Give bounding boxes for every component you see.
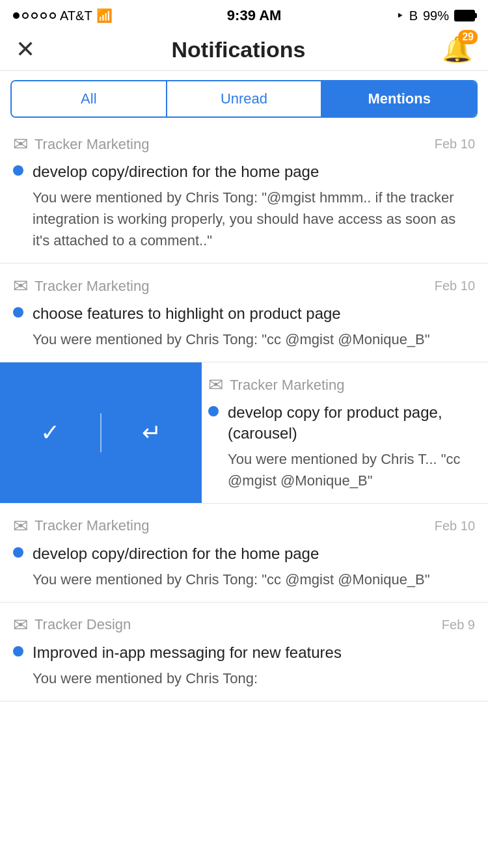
- battery-icon: [454, 10, 475, 21]
- notif-project: Tracker Marketing: [34, 517, 149, 534]
- unread-dot: [13, 547, 23, 558]
- notif-header-left: ✉ Tracker Marketing: [208, 374, 344, 396]
- bell-button[interactable]: 🔔 29: [442, 35, 472, 64]
- signal-dot-3: [31, 12, 38, 19]
- notification-badge: 29: [458, 30, 478, 44]
- signal-dot-2: [22, 12, 29, 19]
- notif-header: ✉ Tracker Marketing: [208, 374, 475, 396]
- tab-unread[interactable]: Unread: [167, 81, 321, 116]
- notification-item[interactable]: ✉ Tracker Marketing Feb 10 develop copy/…: [0, 504, 488, 603]
- at-icon: ✉: [13, 614, 28, 636]
- notif-message: You were mentioned by Chris Tong: "cc @m…: [13, 569, 475, 590]
- notification-item[interactable]: ✉ Tracker Design Feb 9 Improved in-app m…: [0, 603, 488, 701]
- notif-task-row: develop copy/direction for the home page: [13, 543, 475, 563]
- notif-header-left: ✉ Tracker Marketing: [13, 515, 149, 537]
- notif-header-left: ✉ Tracker Marketing: [13, 275, 149, 297]
- notif-task: develop copy/direction for the home page: [33, 161, 319, 182]
- notification-item-swiped[interactable]: ✓ ↵ ✉ Tracker Marketing develop copy for…: [0, 362, 488, 503]
- status-right: ‣ B 99%: [396, 8, 475, 23]
- notif-project: Tracker Marketing: [230, 377, 344, 394]
- status-bar: AT&T 📶 9:39 AM ‣ B 99%: [0, 0, 488, 29]
- check-icon: ✓: [40, 419, 60, 446]
- tabs-container: All Unread Mentions: [10, 80, 478, 118]
- unread-dot: [13, 646, 23, 657]
- notif-header: ✉ Tracker Marketing Feb 10: [13, 515, 475, 537]
- notif-header-left: ✉ Tracker Design: [13, 614, 131, 636]
- notifications-list: ✉ Tracker Marketing Feb 10 develop copy/…: [0, 127, 488, 701]
- notif-task: choose features to highlight on product …: [33, 303, 341, 323]
- close-button[interactable]: ✕: [16, 38, 35, 61]
- page-title: Notifications: [172, 37, 306, 62]
- unread-dot: [13, 165, 23, 176]
- signal-dot-4: [40, 12, 47, 19]
- notif-message: You were mentioned by Chris Tong: "@mgis…: [13, 187, 475, 251]
- notification-item[interactable]: ✉ Tracker Marketing Feb 10 develop copy/…: [0, 127, 488, 264]
- signal-dot-1: [13, 12, 20, 19]
- at-icon: ✉: [13, 515, 28, 537]
- notif-header: ✉ Tracker Marketing Feb 10: [13, 275, 475, 297]
- swipe-check-action[interactable]: ✓: [0, 419, 100, 446]
- location-icon: ‣: [396, 8, 404, 23]
- notif-message: You were mentioned by Chris T... "cc @mg…: [208, 448, 475, 491]
- notif-header: ✉ Tracker Design Feb 9: [13, 614, 475, 636]
- wifi-icon: 📶: [96, 8, 113, 23]
- notif-message: You were mentioned by Chris Tong: "cc @m…: [13, 329, 475, 350]
- notif-header: ✉ Tracker Marketing Feb 10: [13, 133, 475, 155]
- notif-header-left: ✉ Tracker Marketing: [13, 133, 149, 155]
- notif-date: Feb 9: [442, 617, 475, 632]
- at-icon: ✉: [13, 133, 28, 155]
- notif-task: develop copy/direction for the home page: [33, 543, 319, 563]
- notif-project: Tracker Marketing: [34, 278, 149, 295]
- notif-task: Improved in-app messaging for new featur…: [33, 642, 342, 662]
- notif-date: Feb 10: [435, 137, 475, 152]
- status-left: AT&T 📶: [13, 8, 113, 23]
- notif-message: You were mentioned by Chris Tong:: [13, 668, 475, 689]
- battery-text: 99%: [423, 8, 449, 23]
- tab-all[interactable]: All: [12, 81, 166, 116]
- notif-project: Tracker Design: [34, 616, 131, 633]
- unread-dot: [208, 406, 219, 416]
- signal-dots: [13, 12, 56, 19]
- reply-icon: ↵: [142, 419, 161, 446]
- bluetooth-icon: B: [409, 8, 418, 23]
- notif-date: Feb 10: [435, 278, 475, 293]
- notif-project: Tracker Marketing: [34, 136, 149, 153]
- header: ✕ Notifications 🔔 29: [0, 29, 488, 71]
- tab-mentions[interactable]: Mentions: [322, 81, 476, 116]
- notif-task-row: develop copy for product page, (carousel…: [208, 402, 475, 442]
- notif-task: develop copy for product page, (carousel…: [228, 402, 475, 442]
- notification-item[interactable]: ✉ Tracker Marketing Feb 10 choose featur…: [0, 264, 488, 362]
- signal-dot-5: [49, 12, 56, 19]
- notif-task-row: develop copy/direction for the home page: [13, 161, 475, 182]
- swipe-reply-action[interactable]: ↵: [102, 419, 202, 446]
- unread-dot: [13, 307, 23, 318]
- status-time: 9:39 AM: [227, 7, 282, 24]
- at-icon: ✉: [13, 275, 28, 297]
- notif-task-row: choose features to highlight on product …: [13, 303, 475, 323]
- notif-date: Feb 10: [435, 519, 475, 534]
- carrier-label: AT&T: [60, 8, 92, 23]
- swipe-action-overlay: ✓ ↵: [0, 362, 202, 502]
- notif-task-row: Improved in-app messaging for new featur…: [13, 642, 475, 662]
- at-icon: ✉: [208, 374, 223, 396]
